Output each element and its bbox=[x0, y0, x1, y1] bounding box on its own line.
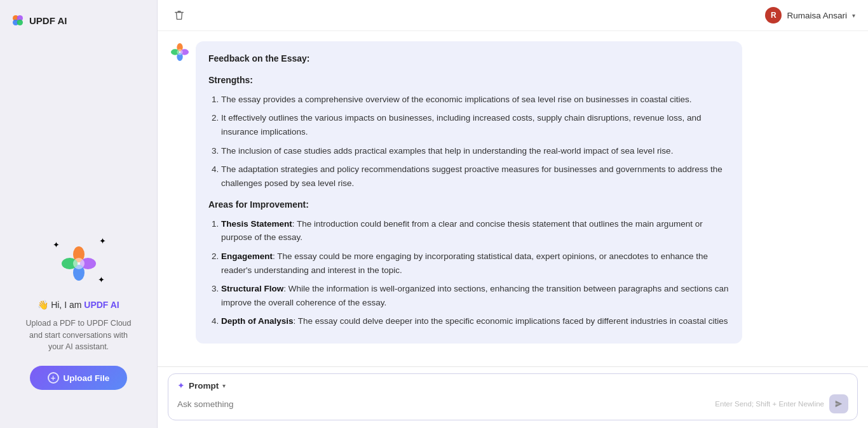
list-item: Structural Flow: While the information i… bbox=[221, 282, 729, 309]
topbar-right: R Rumaisa Ansari ▾ bbox=[765, 7, 855, 23]
feedback-title: Feedback on the Essay: bbox=[208, 51, 729, 65]
main-panel: R Rumaisa Ansari ▾ Feedback on the Essay… bbox=[158, 0, 868, 428]
ai-response-bubble: Feedback on the Essay: Strengths: The es… bbox=[196, 41, 742, 344]
user-avatar: R bbox=[765, 7, 782, 23]
svg-point-3 bbox=[17, 20, 23, 25]
improvement-label-2: Structural Flow bbox=[221, 284, 283, 293]
upload-btn-label: Upload File bbox=[64, 373, 110, 383]
input-box: ✦ Prompt ▾ Enter Send; Shift + Enter New… bbox=[168, 373, 858, 420]
upload-file-button[interactable]: + Upload File bbox=[30, 366, 128, 390]
improvement-label-1: Engagement bbox=[221, 251, 273, 261]
list-item: The essay provides a comprehensive overv… bbox=[221, 93, 729, 107]
sidebar: UPDF AI ✦ ✦ ✦ 👋 Hi, I am UPDF AI Upload … bbox=[0, 0, 158, 428]
list-item: Thesis Statement: The introduction could… bbox=[221, 217, 729, 244]
prompt-selector: ✦ Prompt ▾ bbox=[177, 380, 848, 391]
chat-content: Feedback on the Essay: Strengths: The es… bbox=[158, 31, 868, 366]
user-menu-chevron-icon[interactable]: ▾ bbox=[852, 12, 855, 19]
improvement-label-0: Thesis Statement bbox=[221, 219, 292, 229]
sidebar-ai-intro: ✦ ✦ ✦ 👋 Hi, I am UPDF AI Upload a PDF to… bbox=[22, 235, 136, 390]
improvement-text-1: : The essay could be more engaging by in… bbox=[221, 251, 708, 275]
svg-point-13 bbox=[177, 49, 182, 55]
prompt-sparkle-icon: ✦ bbox=[177, 380, 185, 391]
ai-message: Feedback on the Essay: Strengths: The es… bbox=[170, 41, 855, 344]
strengths-title: Strengths: bbox=[208, 73, 729, 87]
list-item: The inclusion of case studies adds pract… bbox=[221, 144, 729, 158]
list-item: Depth of Analysis: The essay could delve… bbox=[221, 314, 729, 328]
input-hint: Enter Send; Shift + Enter Newline bbox=[715, 400, 824, 408]
app-logo: UPDF AI bbox=[10, 13, 67, 28]
app-name: UPDF AI bbox=[29, 15, 67, 26]
ask-input[interactable] bbox=[177, 399, 710, 409]
improvement-label-3: Depth of Analysis bbox=[221, 316, 294, 326]
sparkle-icon-br: ✦ bbox=[98, 275, 105, 284]
ai-icon-container: ✦ ✦ ✦ bbox=[50, 235, 107, 292]
greeting-text: 👋 Hi, I am UPDF AI bbox=[37, 300, 119, 310]
upload-plus-icon: + bbox=[48, 372, 59, 384]
send-button[interactable] bbox=[829, 394, 848, 413]
prompt-label: Prompt bbox=[189, 381, 219, 391]
improvements-list: Thesis Statement: The introduction could… bbox=[208, 217, 729, 328]
svg-point-8 bbox=[73, 258, 85, 269]
list-item: Engagement: The essay could be more enga… bbox=[221, 250, 729, 277]
sidebar-description: Upload a PDF to UPDF Cloud and start con… bbox=[22, 318, 136, 353]
improvement-title: Areas for Improvement: bbox=[208, 197, 729, 211]
user-name: Rumaisa Ansari bbox=[787, 11, 847, 20]
prompt-chevron-icon[interactable]: ▾ bbox=[222, 382, 226, 389]
ai-flower-icon bbox=[62, 246, 96, 281]
greeting-brand: UPDF AI bbox=[84, 300, 119, 310]
list-item: The adaptation strategies and policy rec… bbox=[221, 163, 729, 190]
topbar-left bbox=[170, 6, 188, 24]
ai-avatar-icon bbox=[171, 43, 189, 61]
input-row: Enter Send; Shift + Enter Newline bbox=[177, 394, 848, 413]
improvement-text-2: : While the information is well-organize… bbox=[221, 284, 728, 307]
improvement-text-0: : The introduction could benefit from a … bbox=[221, 219, 703, 243]
input-area: ✦ Prompt ▾ Enter Send; Shift + Enter New… bbox=[158, 366, 868, 428]
ai-message-icon bbox=[170, 43, 189, 62]
sparkle-icon-tl: ✦ bbox=[53, 240, 60, 250]
sparkle-icon-tr: ✦ bbox=[99, 236, 106, 246]
delete-button[interactable] bbox=[170, 6, 188, 24]
improvement-text-3: : The essay could delve deeper into the … bbox=[294, 316, 728, 326]
strengths-list: The essay provides a comprehensive overv… bbox=[208, 93, 729, 191]
send-icon bbox=[834, 399, 843, 408]
trash-icon bbox=[173, 10, 185, 21]
topbar: R Rumaisa Ansari ▾ bbox=[158, 0, 868, 31]
updf-logo-icon bbox=[10, 13, 25, 28]
list-item: It effectively outlines the various impa… bbox=[221, 111, 729, 138]
greeting-emoji: 👋 bbox=[37, 300, 48, 310]
